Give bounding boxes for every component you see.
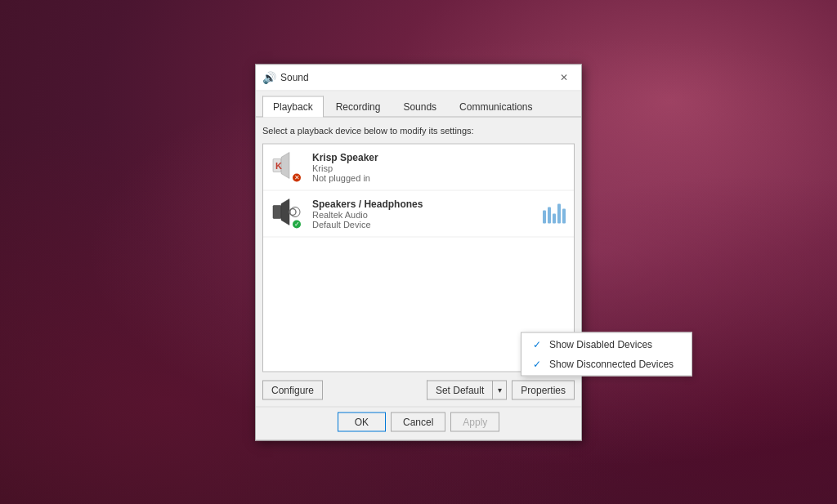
krisp-status-badge: ✕: [291, 172, 302, 183]
krisp-device-status: Not plugged in: [312, 172, 566, 182]
dialog-footer: OK Cancel Apply: [256, 406, 581, 439]
speakers-device-info: Speakers / Headphones Realtek Audio Defa…: [312, 198, 536, 229]
bar-2: [548, 207, 551, 223]
speakers-device-driver: Realtek Audio: [312, 209, 536, 219]
check-icon-disabled: ✓: [531, 338, 543, 350]
krisp-device-name: Krisp Speaker: [312, 151, 566, 163]
speakers-status-badge: ✓: [291, 218, 302, 230]
set-default-arrow[interactable]: ▾: [492, 380, 507, 399]
svg-marker-4: [281, 198, 289, 225]
configure-button[interactable]: Configure: [262, 380, 323, 399]
show-disabled-label: Show Disabled Devices: [549, 338, 652, 350]
sound-dialog: 🔊 Sound ✕ Playback Recording Sounds Comm…: [255, 64, 582, 440]
properties-button[interactable]: Properties: [512, 380, 575, 399]
show-disconnected-label: Show Disconnected Devices: [549, 358, 674, 369]
device-item-krisp[interactable]: K ✕ Krisp Speaker Krisp Not plugged in: [263, 144, 574, 190]
cancel-button[interactable]: Cancel: [391, 412, 445, 431]
titlebar-title: Sound: [280, 72, 553, 83]
context-item-show-disconnected[interactable]: ✓ Show Disconnected Devices: [521, 354, 692, 373]
context-menu: ✓ Show Disabled Devices ✓ Show Disconnec…: [521, 332, 692, 376]
device-item-speakers[interactable]: ✓ Speakers / Headphones Realtek Audio De…: [263, 190, 574, 237]
bar-4: [557, 203, 561, 223]
tab-sounds[interactable]: Sounds: [392, 96, 447, 116]
tab-bar: Playback Recording Sounds Communications: [256, 91, 581, 117]
bottom-bar: Configure Set Default ▾ Properties: [256, 375, 581, 406]
tab-recording[interactable]: Recording: [325, 96, 392, 116]
titlebar-icon: 🔊: [262, 71, 275, 84]
speakers-device-status: Default Device: [312, 219, 536, 229]
speakers-device-name: Speakers / Headphones: [312, 198, 536, 209]
apply-button[interactable]: Apply: [450, 412, 499, 431]
bar-1: [543, 210, 546, 223]
svg-marker-1: [281, 152, 289, 178]
context-item-show-disabled[interactable]: ✓ Show Disabled Devices: [521, 334, 692, 354]
level-bars: [543, 203, 566, 223]
krisp-device-info: Krisp Speaker Krisp Not plugged in: [312, 151, 566, 182]
speakers-device-icon: ✓: [271, 197, 304, 230]
tab-communications[interactable]: Communications: [449, 96, 543, 116]
check-icon-disconnected: ✓: [531, 358, 543, 369]
ok-button[interactable]: OK: [338, 412, 386, 431]
set-default-group: Set Default ▾: [427, 380, 507, 399]
close-button[interactable]: ✕: [553, 69, 575, 86]
krisp-device-driver: Krisp: [312, 163, 566, 172]
bar-5: [562, 208, 566, 223]
svg-point-6: [290, 207, 300, 216]
instruction-text: Select a playback device below to modify…: [262, 125, 575, 135]
tab-playback[interactable]: Playback: [262, 96, 324, 117]
svg-text:K: K: [275, 160, 282, 170]
svg-rect-3: [273, 205, 281, 218]
krisp-device-icon: K ✕: [271, 150, 304, 183]
set-default-button[interactable]: Set Default: [427, 380, 492, 399]
bar-3: [553, 213, 556, 223]
device-list: K ✕ Krisp Speaker Krisp Not plugged in: [262, 143, 575, 372]
titlebar: 🔊 Sound ✕: [256, 65, 581, 91]
